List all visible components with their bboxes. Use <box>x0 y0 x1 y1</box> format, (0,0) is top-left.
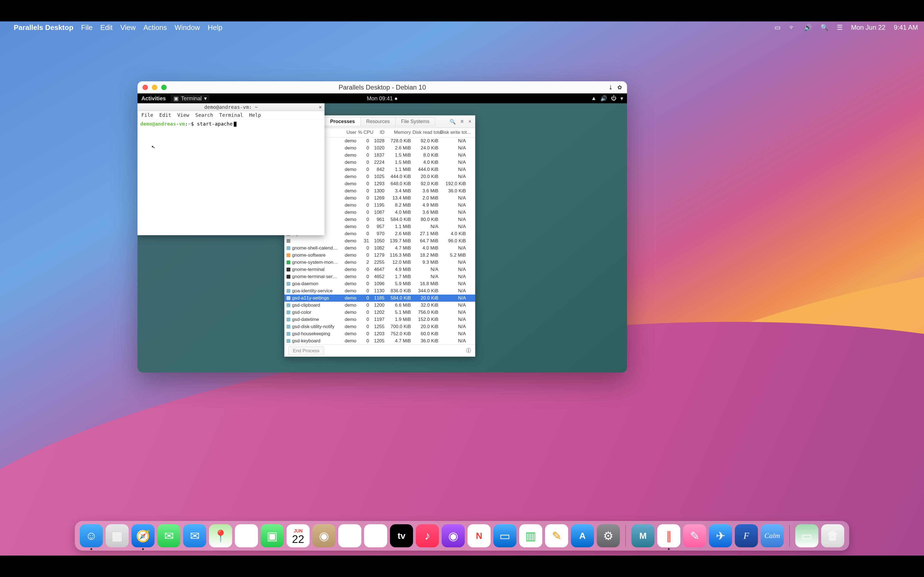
wifi-status-icon[interactable]: ᯤ <box>789 24 796 31</box>
tab-resources[interactable]: Resources <box>361 117 396 126</box>
volume-status-icon[interactable]: 🔊 <box>804 24 812 31</box>
col-disk-write[interactable]: Disk write tot... <box>440 130 467 135</box>
gnome-app-menu[interactable]: ▣ Terminal ▾ <box>171 95 210 102</box>
terminal-menu-search[interactable]: Search <box>195 112 213 118</box>
dock-mail-icon[interactable]: ✉ <box>183 524 206 547</box>
volume-icon[interactable]: 🔊 <box>600 95 607 102</box>
dock-trash-icon[interactable]: 🗑 <box>821 524 844 547</box>
network-status-icon[interactable]: ▲ <box>591 95 596 102</box>
dock-tv-icon[interactable]: tv <box>390 524 413 547</box>
spotlight-icon[interactable]: 🔍 <box>820 24 829 31</box>
dock-calm-icon[interactable]: Calm <box>761 524 784 547</box>
control-center-icon[interactable]: ☰ <box>837 24 843 31</box>
dock-app-unknown-2-icon[interactable]: ✈ <box>709 524 732 547</box>
terminal-menu-view[interactable]: View <box>178 112 189 118</box>
table-row[interactable]: gnome-terminal-serverdemo046521.7 MiBN/A… <box>284 273 475 280</box>
window-close-icon[interactable]: × <box>468 119 471 125</box>
parallels-view-mode-icon[interactable]: ⤓ <box>608 84 613 91</box>
dock-fender-icon[interactable]: F <box>735 524 758 547</box>
power-icon[interactable]: ⏻ <box>611 95 617 102</box>
menu-file[interactable]: File <box>81 23 93 32</box>
parallels-settings-icon[interactable]: ✿ <box>617 84 622 91</box>
dock-reminders-icon[interactable]: ≣ <box>338 524 361 547</box>
col-cpu[interactable]: % CPU <box>358 130 371 135</box>
table-row[interactable]: gnome-softwaredemo01279116.3 MiB18.2 MiB… <box>284 252 475 259</box>
window-fullscreen-button[interactable] <box>161 85 166 90</box>
menu-actions[interactable]: Actions <box>143 23 166 32</box>
dock-launchpad-icon[interactable]: ▦ <box>106 524 129 547</box>
table-row[interactable]: gsd-housekeepingdemo01203752.0 KiB60.0 K… <box>284 330 475 337</box>
system-info-icon[interactable]: 🛈 <box>466 348 471 354</box>
table-row[interactable]: gsd-a11y-settingsdemo01185584.0 KiB20.0 … <box>284 295 475 302</box>
table-row[interactable]: goa-identity-servicedemo01130836.0 KiB34… <box>284 287 475 295</box>
table-row[interactable]: gsd-disk-utility-notifydemo01255700.0 Ki… <box>284 323 475 330</box>
menubar-date[interactable]: Mon Jun 22 <box>851 24 885 31</box>
dock-podcasts-icon[interactable]: ◉ <box>442 524 465 547</box>
terminal-close-button[interactable]: × <box>319 104 322 110</box>
table-row[interactable]: gsd-datetimedemo011971.9 MiB152.0 KiBN/A <box>284 316 475 323</box>
dock-app-unknown-1-icon[interactable]: ✎ <box>683 524 706 547</box>
col-user[interactable]: User <box>342 130 358 135</box>
dock-maya-icon[interactable]: M <box>632 524 654 547</box>
menu-view[interactable]: View <box>120 23 136 32</box>
window-minimize-button[interactable] <box>152 85 157 90</box>
terminal-menu-terminal[interactable]: Terminal <box>219 112 243 118</box>
gnome-activities-button[interactable]: Activities <box>141 95 166 102</box>
menu-window[interactable]: Window <box>174 23 200 32</box>
table-row[interactable]: gnome-terminaldemo046474.9 MiBN/AN/A <box>284 266 475 273</box>
col-disk-read[interactable]: Disk read total <box>412 130 440 135</box>
menu-edit[interactable]: Edit <box>100 23 113 32</box>
terminal-menu-file[interactable]: File <box>141 112 153 118</box>
gnome-clock[interactable]: Mon 09:41 ● <box>367 95 397 102</box>
cell-dr: 2.0 MiB <box>412 195 440 201</box>
window-close-button[interactable] <box>142 85 148 90</box>
dock-keynote-icon[interactable]: ▭ <box>493 524 517 547</box>
display-status-icon[interactable]: ▭ <box>774 24 781 31</box>
dock-maps-icon[interactable]: 📍 <box>209 524 232 547</box>
dock-finder-icon[interactable]: ☺ <box>80 524 103 547</box>
window-titlebar[interactable]: Parallels Desktop - Debian 10 ⤓ ✿ <box>137 81 627 93</box>
dock-settings-icon[interactable]: ⚙ <box>597 524 620 547</box>
dock-numbers-icon[interactable]: ▥ <box>519 524 542 547</box>
app-menu[interactable]: Parallels Desktop <box>14 23 73 32</box>
dock-photos-icon[interactable]: ✿ <box>235 524 258 547</box>
end-process-button[interactable]: End Process <box>288 347 324 355</box>
table-row[interactable]: gnome-shell-calendar-serverdemo010824.7 … <box>284 245 475 252</box>
dock-news-icon[interactable]: N <box>467 524 491 547</box>
tab-file-systems[interactable]: File Systems <box>396 117 435 126</box>
cell-dr: 20.0 KiB <box>412 295 440 301</box>
dock-notes-icon[interactable]: ▭ <box>364 524 387 547</box>
dock-safari-icon[interactable]: 🧭 <box>131 524 155 547</box>
menu-icon[interactable]: ≡ <box>460 119 464 125</box>
dock-facetime-icon[interactable]: ▣ <box>261 524 284 547</box>
chevron-down-icon[interactable]: ▾ <box>620 95 623 102</box>
dock-music-icon[interactable]: ♪ <box>416 524 439 547</box>
table-row[interactable]: gsd-keyboarddemo012054.7 MiB36.0 KiBN/A <box>284 337 475 345</box>
parallels-window[interactable]: Parallels Desktop - Debian 10 ⤓ ✿ Activi… <box>137 81 627 372</box>
terminal-titlebar[interactable]: demo@andreas-vm: ~ × <box>137 103 325 111</box>
search-icon[interactable]: 🔍 <box>450 119 456 125</box>
dock-pages-icon[interactable]: ✎ <box>545 524 568 547</box>
table-row[interactable]: gnome-system-monitordemo2225512.0 MiB9.3… <box>284 259 475 266</box>
col-memory[interactable]: Memory <box>386 130 412 135</box>
col-id[interactable]: ID <box>371 130 386 135</box>
terminal-body[interactable]: demo@andreas-vm:~$ start-apache ↖ <box>137 119 325 235</box>
dock-contacts-icon[interactable]: ◉ <box>312 524 336 547</box>
terminal-window[interactable]: demo@andreas-vm: ~ × FileEditViewSearchT… <box>137 103 325 235</box>
table-row[interactable]: goa-daemondemo010965.9 MiB16.8 MiBN/A <box>284 280 475 287</box>
table-row[interactable]: gsd-colordemo012025.1 MiB756.0 KiBN/A <box>284 309 475 316</box>
table-row[interactable]: demo311050139.7 MiB64.7 MiB96.0 KiB <box>284 237 475 245</box>
dock-calendar-icon[interactable]: JUN22 <box>286 524 310 547</box>
dock-downloads-icon[interactable]: ▭ <box>795 524 818 547</box>
terminal-menu-edit[interactable]: Edit <box>159 112 171 118</box>
table-row[interactable]: gsd-clipboarddemo012006.6 MiB32.0 KiBN/A <box>284 302 475 309</box>
menubar-time[interactable]: 9:41 AM <box>894 24 918 31</box>
dock-appstore-icon[interactable]: A <box>571 524 594 547</box>
terminal-menu-help[interactable]: Help <box>249 112 261 118</box>
tab-processes[interactable]: Processes <box>325 117 360 126</box>
menu-help[interactable]: Help <box>208 23 222 32</box>
cell-user: demo <box>342 331 358 337</box>
dock-parallels-icon[interactable]: ∥ <box>657 524 680 547</box>
dock-messages-icon[interactable]: ✉ <box>157 524 180 547</box>
terminal-prompt-user: demo@andreas-vm <box>140 121 185 127</box>
